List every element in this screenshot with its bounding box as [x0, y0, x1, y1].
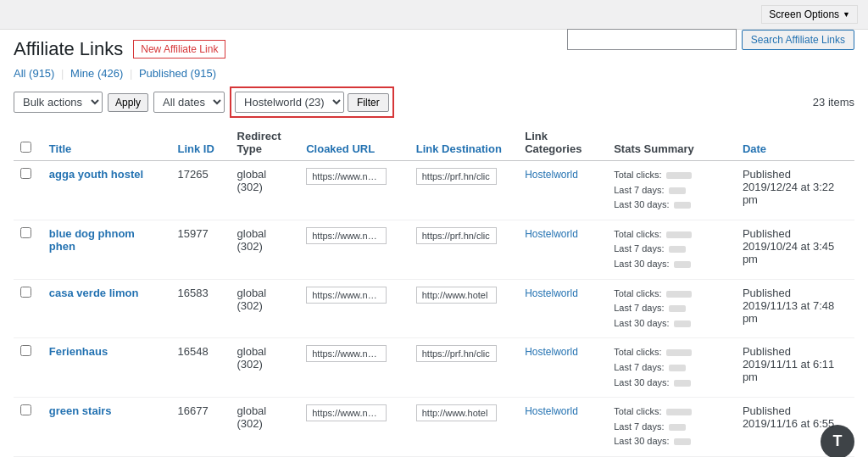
row-title-link[interactable]: agga youth hostel: [49, 168, 143, 181]
row-category-link[interactable]: Hostelworld: [525, 169, 578, 181]
col-header-cb: [14, 125, 42, 161]
select-all-checkbox[interactable]: [20, 142, 31, 153]
row-checkbox[interactable]: [20, 345, 31, 356]
row-category-link[interactable]: Hostelworld: [525, 228, 578, 240]
row-link-destination: http://www.hotel: [409, 279, 518, 338]
row-cloaked-url: https://www.novc: [299, 220, 409, 279]
row-redirect-type: global (302): [231, 220, 300, 279]
row-redirect-type: global (302): [231, 338, 300, 398]
hostelworld-select[interactable]: Hostelworld (23): [235, 92, 344, 113]
filter-left: Bulk actions Apply All dates Hostelworld…: [14, 86, 394, 118]
row-title-link[interactable]: green stairs: [49, 404, 112, 417]
col-header-categories: Link Categories: [518, 125, 607, 161]
table-row: Ferienhaus16548global (302)https://www.n…: [14, 338, 854, 398]
row-date: Published2019/10/24 at 3:45pm: [736, 220, 854, 279]
table-header-row: Title Link ID RedirectType Cloaked URL L…: [14, 125, 854, 161]
row-cloaked-url: https://www.novc: [299, 161, 409, 220]
row-link-categories: Hostelworld: [518, 220, 607, 279]
row-category-link[interactable]: Hostelworld: [525, 346, 578, 358]
row-link-categories: Hostelworld: [518, 398, 607, 457]
row-redirect-type: global (302): [231, 161, 300, 220]
row-link-destination: https://prf.hn/clic: [409, 220, 518, 279]
col-header-stats: Stats Summary: [607, 125, 736, 161]
screen-options-button[interactable]: Screen Options: [761, 5, 858, 24]
sub-nav-all[interactable]: All (915): [14, 67, 58, 80]
row-date: Published2019/11/11 at 6:11pm: [736, 338, 854, 398]
page-title: Affiliate Links: [14, 38, 123, 60]
row-link-id: 17265: [171, 161, 231, 220]
apply-button[interactable]: Apply: [108, 93, 148, 112]
row-cloaked-url: https://www.novc: [299, 279, 409, 338]
col-header-linkid[interactable]: Link ID: [171, 125, 231, 161]
row-date: Published2019/11/13 at 7:48pm: [736, 279, 854, 338]
row-link-id: 16583: [171, 279, 231, 338]
col-header-title[interactable]: Title: [42, 125, 171, 161]
row-link-destination: http://www.hotel: [409, 398, 518, 457]
row-redirect-type: global (302): [231, 279, 300, 338]
row-link-destination: https://prf.hn/clic: [409, 161, 518, 220]
table-row: blue dog phnom phen15977global (302)http…: [14, 220, 854, 279]
search-bar: Search Affiliate Links: [567, 29, 854, 50]
row-checkbox[interactable]: [20, 404, 31, 415]
sub-nav: All (915) | Mine (426) | Published (915): [14, 67, 854, 80]
sep1: |: [61, 67, 64, 80]
row-title-link[interactable]: casa verde limon: [49, 287, 139, 299]
row-link-id: 15977: [171, 220, 231, 279]
table-row: green stairs16677global (302)https://www…: [14, 398, 854, 457]
col-header-redirect: RedirectType: [231, 125, 300, 161]
row-link-categories: Hostelworld: [518, 279, 607, 338]
row-title-link[interactable]: Ferienhaus: [49, 345, 108, 358]
filter-button[interactable]: Filter: [348, 93, 389, 112]
row-stats-summary: Total clicks: Last 7 days: Last 30 days:: [607, 161, 736, 220]
col-header-cloaked[interactable]: Cloaked URL: [299, 125, 409, 161]
col-header-date[interactable]: Date: [736, 125, 854, 161]
hostelworld-filter-wrapper: Hostelworld (23) Filter: [230, 86, 394, 118]
row-link-categories: Hostelworld: [518, 338, 607, 398]
row-stats-summary: Total clicks: Last 7 days: Last 30 days:: [607, 398, 736, 457]
row-link-destination: https://prf.hn/clic: [409, 338, 518, 398]
row-date: Published2019/12/24 at 3:22pm: [736, 161, 854, 220]
row-category-link[interactable]: Hostelworld: [525, 405, 578, 417]
row-stats-summary: Total clicks: Last 7 days: Last 30 days:: [607, 279, 736, 338]
row-stats-summary: Total clicks: Last 7 days: Last 30 days:: [607, 220, 736, 279]
row-link-id: 16548: [171, 338, 231, 398]
row-checkbox[interactable]: [20, 227, 31, 238]
search-affiliate-links-button[interactable]: Search Affiliate Links: [742, 30, 854, 50]
row-cloaked-url: https://www.novc: [299, 398, 409, 457]
new-affiliate-link-button[interactable]: New Affiliate Link: [133, 40, 225, 59]
row-stats-summary: Total clicks: Last 7 days: Last 30 days:: [607, 338, 736, 398]
row-checkbox[interactable]: [20, 287, 31, 298]
sub-nav-published[interactable]: Published (915): [139, 67, 216, 80]
filter-bar: Bulk actions Apply All dates Hostelworld…: [14, 86, 854, 118]
bulk-actions-select[interactable]: Bulk actions: [14, 92, 103, 113]
sep2: |: [130, 67, 132, 80]
top-bar: Screen Options: [0, 0, 868, 30]
all-dates-select[interactable]: All dates: [153, 92, 225, 113]
row-link-categories: Hostelworld: [518, 161, 607, 220]
item-count: 23 items: [813, 96, 854, 109]
row-link-id: 16677: [171, 398, 231, 457]
row-title-link[interactable]: blue dog phnom phen: [49, 227, 135, 253]
row-cloaked-url: https://www.novc: [299, 338, 409, 398]
row-checkbox[interactable]: [20, 168, 31, 179]
col-header-destination[interactable]: Link Destination: [409, 125, 518, 161]
table-row: agga youth hostel17265global (302)https:…: [14, 161, 854, 220]
sub-nav-mine[interactable]: Mine (426): [70, 67, 126, 80]
row-category-link[interactable]: Hostelworld: [525, 287, 578, 299]
search-input[interactable]: [567, 29, 737, 50]
row-redirect-type: global (302): [231, 398, 300, 457]
affiliate-links-table: Title Link ID RedirectType Cloaked URL L…: [14, 125, 854, 457]
table-row: casa verde limon16583global (302)https:/…: [14, 279, 854, 338]
watermark-icon: T: [821, 425, 854, 457]
